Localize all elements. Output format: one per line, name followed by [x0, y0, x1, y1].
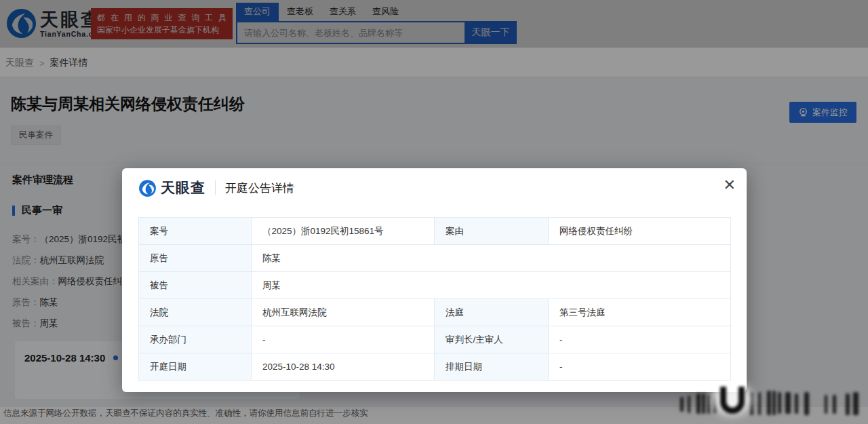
- cell-value: 2025-10-28 14:30: [252, 353, 435, 381]
- table-row: 承办部门 - 审判长/主审人 -: [139, 326, 731, 353]
- cell-value: 网络侵权责任纠纷: [549, 218, 731, 245]
- cell-value: -: [252, 326, 435, 353]
- table-row: 案号 （2025）浙0192民初15861号 案由 网络侵权责任纠纷: [139, 218, 731, 245]
- cell-value: 周某: [252, 272, 731, 299]
- cell-label: 被告: [139, 272, 252, 299]
- cell-label: 原告: [139, 245, 252, 272]
- cell-label: 承办部门: [139, 326, 252, 353]
- cell-value: 陈某: [252, 245, 731, 272]
- cell-label: 审判长/主审人: [435, 326, 549, 353]
- modal-title-divider: [215, 180, 216, 195]
- cell-value: （2025）浙0192民初15861号: [252, 218, 435, 245]
- page: 天眼查 TianYanCha.com 都在用的商业查询工具 国家中小企业发展子基…: [0, 0, 868, 424]
- cell-label: 法院: [139, 299, 252, 326]
- table-row: 开庭日期 2025-10-28 14:30 排期日期 -: [139, 353, 731, 381]
- close-icon[interactable]: ✕: [724, 178, 736, 193]
- cell-label: 案号: [139, 218, 252, 245]
- modal-title: 开庭公告详情: [225, 180, 294, 196]
- cell-label: 案由: [435, 218, 549, 245]
- table-row: 法院 杭州互联网法院 法庭 第三号法庭: [139, 299, 731, 326]
- table-row: 原告 陈某: [139, 245, 731, 272]
- cell-value: -: [549, 326, 731, 353]
- hearing-detail-modal: 天眼查 开庭公告详情 ✕ 案号 （2025）浙0192民初15861号 案由 网…: [122, 168, 747, 392]
- cell-value: 第三号法庭: [549, 299, 731, 326]
- cell-label: 排期日期: [435, 353, 549, 381]
- cell-label: 开庭日期: [139, 353, 252, 381]
- cell-label: 法庭: [435, 299, 549, 326]
- tianyancha-logo-icon: [138, 179, 157, 197]
- modal-brand: 天眼查: [161, 178, 205, 197]
- modal-header: 天眼查 开庭公告详情: [138, 168, 294, 208]
- cell-value: 杭州互联网法院: [252, 299, 435, 326]
- cell-value: -: [549, 353, 731, 381]
- table-row: 被告 周某: [139, 272, 731, 299]
- header-dim-overlay: [0, 0, 868, 47]
- hearing-detail-table: 案号 （2025）浙0192民初15861号 案由 网络侵权责任纠纷 原告 陈某…: [138, 217, 731, 381]
